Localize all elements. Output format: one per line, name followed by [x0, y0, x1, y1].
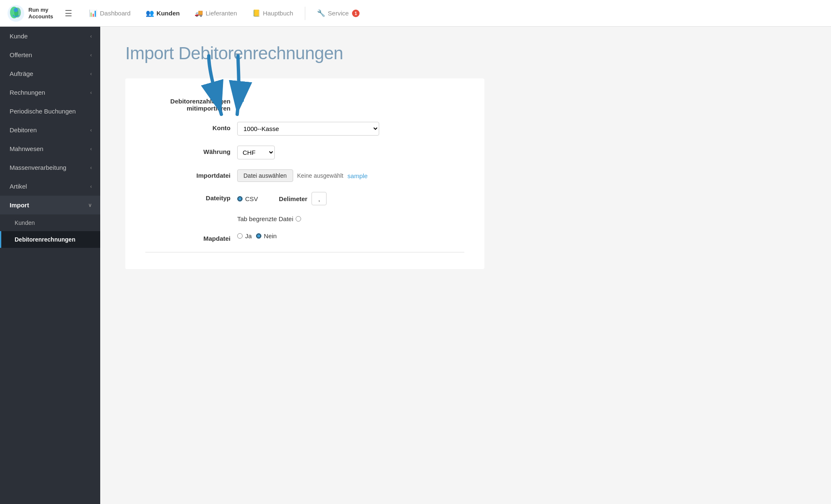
- mapdatei-control: Ja Nein: [237, 232, 464, 239]
- sidebar-item-artikel[interactable]: Artikel ‹: [0, 177, 100, 196]
- importdatei-label: Importdatei: [145, 169, 237, 179]
- file-choose-button[interactable]: Datei auswählen: [237, 169, 293, 182]
- logo: Run my Accounts: [7, 4, 53, 23]
- waehrung-select[interactable]: CHF EUR USD: [237, 146, 275, 159]
- waehrung-label: Währung: [145, 146, 237, 155]
- svg-point-3: [14, 8, 18, 12]
- top-nav: Run my Accounts ☰ 📊 Dashboard 👥 Kunden 🚚…: [0, 0, 831, 27]
- sidebar-item-auftraege[interactable]: Aufträge ‹: [0, 64, 100, 83]
- konto-select[interactable]: 1000--Kasse 1001--Bank 1100--Debitoren: [237, 122, 379, 136]
- sidebar-item-offerten[interactable]: Offerten ‹: [0, 45, 100, 64]
- chevron-right-icon: ‹: [90, 52, 92, 58]
- chevron-right-icon: ‹: [90, 90, 92, 96]
- mapdatei-ja-group: Ja: [237, 232, 252, 239]
- page-title: Import Debitorenrechnungen: [125, 43, 806, 63]
- sample-link[interactable]: sample: [347, 172, 367, 179]
- nav-dashboard[interactable]: 📊 Dashboard: [82, 6, 137, 20]
- hauptbuch-icon: 📒: [252, 9, 261, 17]
- sidebar-sub-item-import-debitorenrechnungen[interactable]: Debitorenrechnungen: [0, 231, 100, 248]
- lieferanten-icon: 🚚: [195, 9, 203, 17]
- mapdatei-nein-label: Nein: [264, 232, 277, 239]
- nav-lieferanten[interactable]: 🚚 Lieferanten: [188, 6, 243, 20]
- form-divider: [145, 252, 464, 252]
- konto-label: Konto: [145, 122, 237, 131]
- service-badge: 1: [352, 10, 360, 17]
- mapdatei-ja-radio[interactable]: [237, 233, 243, 239]
- debitorenzahlungen-control: [237, 95, 464, 102]
- main-wrapper: Import Debitorenrechnungen Debitorenzahl…: [100, 27, 831, 504]
- mapdatei-ja-label: Ja: [245, 232, 252, 239]
- mapdatei-nein-radio[interactable]: [256, 233, 261, 239]
- dateityp-control: CSV Delimeter: [237, 192, 464, 205]
- dateityp-csv-label: CSV: [245, 195, 258, 202]
- dashboard-icon: 📊: [89, 9, 97, 17]
- dateityp-csv-group: CSV: [237, 195, 258, 202]
- form-section: Debitorenzahlungen mitimportieren Konto …: [125, 78, 484, 269]
- sidebar-item-mahnwesen[interactable]: Mahnwesen ‹: [0, 139, 100, 158]
- chevron-right-icon: ‹: [90, 184, 92, 189]
- chevron-right-icon: ‹: [90, 146, 92, 152]
- dateityp-tab-radio[interactable]: [296, 216, 301, 222]
- form-row-mapdatei: Mapdatei Ja Nein: [145, 232, 464, 242]
- sidebar-sub-item-import-kunden[interactable]: Kunden: [0, 214, 100, 231]
- sidebar-item-massenverarbeitung[interactable]: Massenverarbeitung ‹: [0, 158, 100, 177]
- debitorenzahlungen-checkbox[interactable]: [237, 95, 244, 102]
- file-none-text: Keine ausgewählt: [297, 172, 344, 179]
- form-row-waehrung: Währung CHF EUR USD: [145, 146, 464, 159]
- logo-icon: [7, 4, 25, 23]
- waehrung-control: CHF EUR USD: [237, 146, 464, 159]
- form-row-dateityp: Dateityp CSV Delimeter: [145, 192, 464, 205]
- nav-service[interactable]: 🔧 Service 1: [310, 6, 366, 20]
- hamburger-button[interactable]: ☰: [61, 5, 76, 22]
- delimiter-input[interactable]: [312, 192, 327, 205]
- mapdatei-nein-group: Nein: [256, 232, 277, 239]
- service-icon: 🔧: [317, 9, 325, 17]
- importdatei-control: Datei auswählen Keine ausgewählt sample: [237, 169, 464, 182]
- form-row-debitorenzahlungen: Debitorenzahlungen mitimportieren: [145, 95, 464, 112]
- form-row-tab-datei: Tab begrenzte Datei: [145, 215, 464, 222]
- nav-kunden[interactable]: 👥 Kunden: [139, 6, 187, 20]
- tab-datei-spacer: [145, 215, 237, 218]
- debitorenzahlungen-label: Debitorenzahlungen mitimportieren: [145, 95, 237, 112]
- dateityp-tab-group: Tab begrenzte Datei: [237, 215, 301, 222]
- dateityp-label: Dateityp: [145, 192, 237, 202]
- chevron-right-icon: ‹: [90, 71, 92, 77]
- chevron-right-icon: ‹: [90, 165, 92, 171]
- konto-control: 1000--Kasse 1001--Bank 1100--Debitoren: [237, 122, 464, 136]
- nav-divider: [305, 7, 305, 20]
- delimiter-label: Delimeter: [279, 195, 307, 202]
- nav-hauptbuch[interactable]: 📒 Hauptbuch: [246, 6, 300, 20]
- mapdatei-label: Mapdatei: [145, 232, 237, 242]
- kunden-icon: 👥: [146, 9, 154, 17]
- layout: Kunde ‹ Offerten ‹ Aufträge ‹ Rechnungen…: [0, 27, 831, 504]
- sidebar: Kunde ‹ Offerten ‹ Aufträge ‹ Rechnungen…: [0, 27, 100, 504]
- sidebar-item-kunde[interactable]: Kunde ‹: [0, 27, 100, 45]
- sidebar-item-debitoren[interactable]: Debitoren ‹: [0, 121, 100, 139]
- chevron-down-icon: ∨: [88, 202, 92, 208]
- sidebar-item-import[interactable]: Import ∨: [0, 196, 100, 214]
- main-content: Import Debitorenrechnungen Debitorenzahl…: [100, 27, 831, 504]
- dateityp-csv-radio[interactable]: [237, 196, 243, 202]
- sidebar-item-periodische[interactable]: Periodische Buchungen: [0, 102, 100, 121]
- form-row-importdatei: Importdatei Datei auswählen Keine ausgew…: [145, 169, 464, 182]
- tab-datei-control: Tab begrenzte Datei: [237, 215, 464, 222]
- nav-items: 📊 Dashboard 👥 Kunden 🚚 Lieferanten 📒 Hau…: [82, 6, 824, 20]
- form-row-konto: Konto 1000--Kasse 1001--Bank 1100--Debit…: [145, 122, 464, 136]
- sidebar-item-rechnungen[interactable]: Rechnungen ‹: [0, 83, 100, 102]
- dateityp-tab-label: Tab begrenzte Datei: [237, 215, 293, 222]
- chevron-right-icon: ‹: [90, 33, 92, 39]
- logo-text: Run my Accounts: [28, 7, 53, 20]
- chevron-right-icon: ‹: [90, 127, 92, 133]
